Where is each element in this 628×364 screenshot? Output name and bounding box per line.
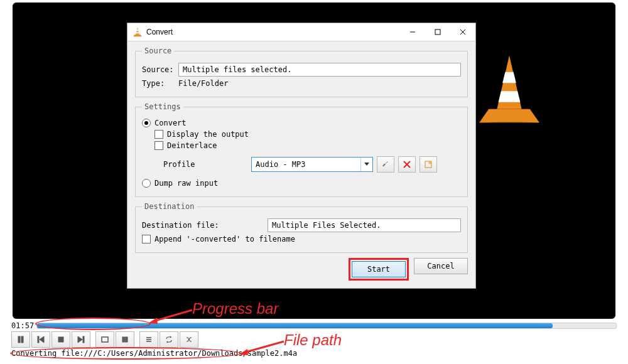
start-highlight: Start	[349, 258, 409, 281]
prev-button[interactable]	[31, 331, 50, 348]
x-icon	[403, 161, 411, 168]
checkbox-icon	[154, 130, 163, 139]
svg-rect-27	[124, 337, 126, 342]
player-controls	[11, 331, 198, 348]
fullscreen-button[interactable]	[95, 331, 114, 348]
maximize-button[interactable]	[425, 23, 450, 41]
svg-marker-5	[136, 28, 139, 35]
svg-rect-19	[21, 336, 23, 343]
append-converted-checkbox[interactable]: Append '-converted' to filename	[142, 235, 461, 244]
svg-marker-3	[479, 109, 539, 123]
titlebar[interactable]: Convert	[127, 23, 475, 41]
svg-rect-25	[102, 337, 108, 342]
video-stage: Convert Source Source: Multiple files se…	[13, 3, 615, 319]
elapsed-time: 01:57	[11, 321, 36, 330]
destination-file-input[interactable]: Multiple Files Selected.	[268, 218, 461, 232]
type-value: File/Folder	[178, 79, 228, 88]
cancel-button[interactable]: Cancel	[414, 258, 468, 274]
svg-marker-33	[148, 318, 158, 324]
svg-rect-10	[435, 29, 440, 35]
vlc-icon	[133, 27, 143, 37]
svg-marker-13	[364, 163, 369, 166]
ext-settings-button[interactable]	[116, 331, 134, 348]
convert-dialog: Convert Source Source: Multiple files se…	[127, 23, 476, 289]
new-icon	[425, 161, 432, 168]
start-button[interactable]: Start	[352, 261, 406, 277]
svg-marker-35	[239, 349, 248, 355]
svg-rect-20	[38, 336, 39, 343]
source-input[interactable]: Multiple files selected.	[178, 63, 461, 77]
svg-line-32	[153, 310, 192, 321]
dump-raw-radio[interactable]: Dump raw input	[142, 179, 461, 188]
svg-marker-6	[136, 29, 138, 31]
filepath-annotation: File path	[284, 331, 342, 349]
next-button[interactable]	[72, 331, 90, 348]
pause-button[interactable]	[11, 331, 30, 348]
arrow-icon	[148, 308, 193, 325]
source-label: Source:	[142, 65, 178, 74]
source-group: Source Source: Multiple files selected. …	[135, 46, 468, 97]
stop-button[interactable]	[51, 331, 70, 348]
svg-rect-28	[126, 337, 127, 342]
svg-point-17	[429, 161, 432, 164]
svg-rect-26	[122, 337, 124, 342]
profile-select[interactable]: Audio - MP3	[251, 157, 373, 172]
wrench-icon	[381, 160, 390, 169]
delete-profile-button[interactable]	[398, 156, 416, 173]
svg-line-34	[244, 341, 284, 353]
svg-marker-23	[78, 336, 82, 343]
radio-icon	[142, 179, 151, 188]
edit-profile-button[interactable]	[377, 156, 394, 173]
checkbox-icon	[142, 235, 151, 244]
svg-rect-18	[18, 336, 20, 343]
convert-radio[interactable]: Convert	[142, 119, 461, 127]
playlist-button[interactable]	[139, 331, 158, 348]
svg-marker-7	[136, 32, 139, 33]
vlc-cone-logo	[475, 51, 544, 127]
radio-icon	[142, 119, 151, 127]
destination-file-label: Destination file:	[142, 221, 268, 230]
svg-marker-1	[502, 72, 516, 83]
minimize-button[interactable]	[400, 23, 425, 41]
svg-point-4	[478, 122, 541, 126]
progress-ellipse-annotation	[35, 318, 151, 330]
window-title: Convert	[146, 28, 400, 36]
filepath-ellipse-annotation	[10, 347, 241, 360]
display-output-checkbox[interactable]: Display the output	[154, 130, 461, 139]
deinterlace-checkbox[interactable]: Deinterlace	[154, 141, 461, 150]
svg-marker-2	[499, 91, 521, 102]
shuffle-button[interactable]	[180, 331, 198, 348]
chevron-down-icon	[360, 158, 372, 171]
destination-group: Destination Destination file: Multiple F…	[135, 202, 468, 253]
settings-legend: Settings	[142, 102, 183, 111]
svg-rect-22	[58, 337, 63, 342]
new-profile-button[interactable]	[420, 156, 437, 173]
arrow-icon	[237, 339, 285, 356]
loop-button[interactable]	[160, 331, 178, 348]
svg-marker-8	[133, 35, 141, 36]
checkbox-icon	[154, 141, 163, 150]
destination-legend: Destination	[142, 202, 197, 211]
svg-marker-21	[40, 336, 44, 343]
type-label: Type:	[142, 79, 178, 88]
close-button[interactable]	[450, 23, 475, 41]
svg-rect-24	[83, 336, 84, 343]
progress-annotation: Progress bar	[192, 300, 278, 318]
profile-label: Profile	[154, 160, 251, 169]
settings-group: Settings Convert Display the output Dein…	[135, 102, 468, 197]
source-legend: Source	[142, 46, 174, 55]
